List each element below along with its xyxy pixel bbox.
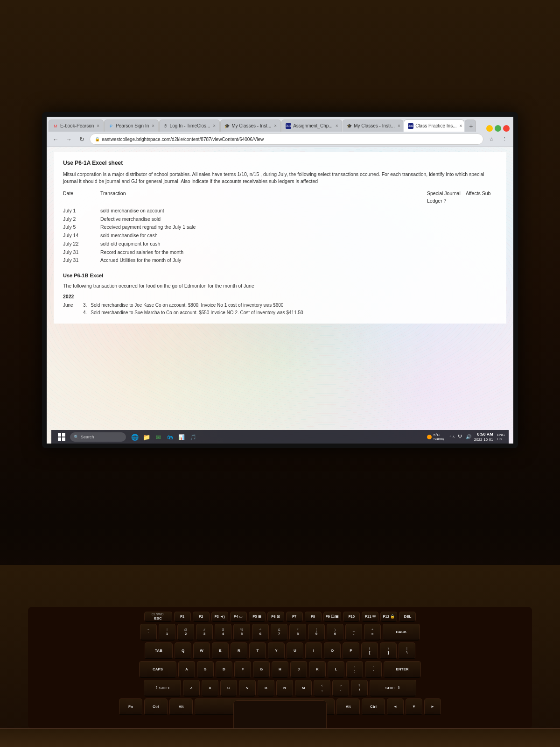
key-k[interactable]: K bbox=[309, 661, 326, 678]
window-minimize-button[interactable] bbox=[486, 125, 493, 132]
settings-button[interactable]: ⋮ bbox=[499, 134, 510, 144]
key-e[interactable]: E bbox=[212, 642, 229, 659]
key-n[interactable]: N bbox=[276, 680, 293, 697]
key-f4[interactable]: F4 ▭ bbox=[230, 612, 247, 622]
key-y[interactable]: Y bbox=[268, 642, 285, 659]
key-rctrl[interactable]: Ctrl bbox=[362, 698, 385, 715]
key-lctrl[interactable]: Ctrl bbox=[144, 698, 168, 715]
address-bar[interactable]: 🔒 eastwestcollege.brightspace.com/d2l/ie… bbox=[90, 134, 483, 145]
key-del[interactable]: DEL bbox=[399, 612, 416, 622]
key-rightbracket[interactable]: }] bbox=[380, 642, 397, 659]
taskbar-search[interactable]: 🔍 Search bbox=[70, 432, 126, 442]
key-o[interactable]: O bbox=[324, 642, 341, 659]
key-f8[interactable]: F8 bbox=[305, 612, 322, 622]
key-i[interactable]: I bbox=[305, 642, 322, 659]
tab-close-ebook[interactable]: × bbox=[97, 123, 99, 128]
key-f3[interactable]: F3 ◄) bbox=[211, 612, 228, 622]
key-lshift[interactable]: ⇧ SHIFT bbox=[144, 680, 181, 697]
key-6[interactable]: ^6 bbox=[252, 624, 269, 641]
key-leftbracket[interactable]: {[ bbox=[361, 642, 378, 659]
key-period[interactable]: >. bbox=[332, 680, 349, 697]
key-fn[interactable]: Fn bbox=[119, 698, 142, 715]
key-s[interactable]: S bbox=[197, 661, 214, 678]
key-slash[interactable]: ?/ bbox=[351, 680, 368, 697]
key-ralt[interactable]: Alt bbox=[336, 698, 360, 715]
key-t[interactable]: T bbox=[249, 642, 266, 659]
back-button[interactable]: ← bbox=[50, 134, 61, 144]
key-lalt[interactable]: Alt bbox=[169, 698, 193, 715]
taskbar-store-icon[interactable]: 🛍 bbox=[165, 432, 175, 442]
key-p[interactable]: P bbox=[343, 642, 359, 659]
tab-pearson-signin[interactable]: P Pearson Sign In × bbox=[104, 120, 159, 132]
key-b[interactable]: B bbox=[258, 680, 274, 697]
key-f10[interactable]: F10 bbox=[343, 612, 360, 622]
tab-assignment[interactable]: 3u1 Assignment_Chp... × bbox=[281, 120, 342, 132]
tab-close-myclasses2[interactable]: × bbox=[398, 123, 400, 128]
new-tab-button[interactable]: + bbox=[465, 120, 476, 132]
tab-myclasses1[interactable]: 🎓 My Classes - Inst... × bbox=[220, 120, 281, 132]
key-w[interactable]: W bbox=[193, 642, 210, 659]
key-equals[interactable]: += bbox=[364, 624, 381, 641]
key-f12[interactable]: F12 🔒 bbox=[380, 612, 397, 622]
tab-close-assignment[interactable]: × bbox=[336, 123, 338, 128]
key-l[interactable]: L bbox=[328, 661, 344, 678]
key-d[interactable]: D bbox=[216, 661, 232, 678]
taskbar-folder-icon[interactable]: 📁 bbox=[141, 432, 152, 442]
key-backtick[interactable]: ~` bbox=[140, 624, 157, 641]
key-q[interactable]: Q bbox=[175, 642, 191, 659]
key-3[interactable]: #3 bbox=[196, 624, 213, 641]
tab-ebook[interactable]: M E-book-Pearson × bbox=[49, 120, 104, 132]
key-c[interactable]: C bbox=[220, 680, 237, 697]
key-quote[interactable]: "' bbox=[365, 661, 382, 678]
key-j[interactable]: J bbox=[290, 661, 307, 678]
key-right[interactable]: ► bbox=[424, 698, 441, 715]
key-u[interactable]: U bbox=[287, 642, 303, 659]
key-rshift[interactable]: SHIFT ⇧ bbox=[370, 680, 416, 697]
reload-button[interactable]: ↻ bbox=[77, 134, 87, 144]
tab-close-timeclos[interactable]: × bbox=[213, 123, 216, 128]
taskbar-mail-icon[interactable]: ✉ bbox=[153, 432, 163, 442]
key-semicolon[interactable]: :; bbox=[346, 661, 363, 678]
tab-close-myclasses1[interactable]: × bbox=[274, 123, 277, 128]
tab-myclasses2[interactable]: 🎓 My Classes - Instr... × bbox=[343, 120, 403, 132]
bookmark-button[interactable]: ☆ bbox=[486, 134, 497, 144]
taskbar-app1-icon[interactable]: 📊 bbox=[176, 432, 187, 442]
key-a[interactable]: A bbox=[178, 661, 195, 678]
start-button[interactable] bbox=[55, 432, 68, 442]
key-esc[interactable]: CLNWD. ESC bbox=[144, 612, 172, 622]
key-h[interactable]: H bbox=[272, 661, 288, 678]
key-f11[interactable]: F11 ✉ bbox=[362, 612, 378, 622]
key-z[interactable]: Z bbox=[183, 680, 200, 697]
key-r[interactable]: R bbox=[231, 642, 247, 659]
key-4[interactable]: $4 bbox=[215, 624, 231, 641]
key-x[interactable]: X bbox=[202, 680, 218, 697]
key-f[interactable]: F bbox=[234, 661, 251, 678]
forward-button[interactable]: → bbox=[63, 134, 74, 144]
key-f2[interactable]: F2 bbox=[193, 612, 210, 622]
key-8[interactable]: *8 bbox=[289, 624, 306, 641]
key-2[interactable]: @2 bbox=[177, 624, 194, 641]
taskbar-browser-icon[interactable]: 🌐 bbox=[130, 432, 140, 442]
key-comma[interactable]: <, bbox=[314, 680, 330, 697]
window-maximize-button[interactable] bbox=[495, 125, 501, 132]
tab-timeclos[interactable]: ⏱ Log In - TimeClos... × bbox=[159, 120, 220, 132]
tab-close-classpractice[interactable]: × bbox=[459, 123, 462, 128]
key-v[interactable]: V bbox=[239, 680, 256, 697]
key-g[interactable]: G bbox=[253, 661, 270, 678]
key-minus[interactable]: _- bbox=[345, 624, 362, 641]
key-backslash[interactable]: |\ bbox=[399, 642, 415, 659]
key-f6[interactable]: F6 ⊡ bbox=[267, 612, 284, 622]
key-enter[interactable]: ENTER bbox=[384, 661, 421, 678]
tab-classpractice[interactable]: 3u1 Class Practice Ins... × bbox=[404, 120, 464, 132]
key-m[interactable]: M bbox=[295, 680, 312, 697]
taskbar-app2-icon[interactable]: 🎵 bbox=[188, 432, 198, 442]
key-down[interactable]: ▼ bbox=[406, 698, 422, 715]
key-f7[interactable]: F7 bbox=[286, 612, 303, 622]
key-f5[interactable]: F5 ⊞ bbox=[249, 612, 266, 622]
key-7[interactable]: &7 bbox=[271, 624, 287, 641]
window-close-button[interactable] bbox=[503, 125, 510, 132]
key-tab[interactable]: TAB bbox=[145, 642, 173, 659]
key-0[interactable]: )0 bbox=[327, 624, 343, 641]
key-9[interactable]: (9 bbox=[308, 624, 325, 641]
key-backspace[interactable]: BACK bbox=[383, 624, 420, 641]
